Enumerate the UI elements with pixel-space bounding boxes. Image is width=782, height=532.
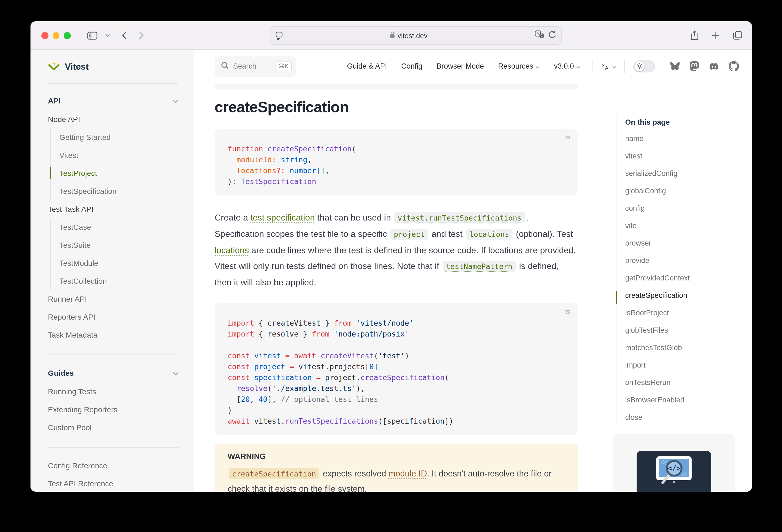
inline-link[interactable]: test specification [250, 213, 315, 222]
outline-item-createspecification[interactable]: createSpecification [625, 287, 752, 305]
sponsor-card[interactable]: </> [613, 434, 735, 492]
theme-toggle[interactable] [633, 60, 655, 72]
previous-codeblock-edge [215, 84, 578, 90]
outline-item-close[interactable]: close [625, 409, 752, 426]
sidebar-item-running-tests[interactable]: Running Tests [48, 382, 179, 400]
nav-dropdown-resources[interactable]: Resources [498, 62, 540, 70]
outline-item-import[interactable]: import [625, 357, 752, 374]
sidebar-item-node-api[interactable]: Node API [48, 110, 179, 128]
mastodon-icon[interactable] [689, 61, 699, 71]
inline-link[interactable]: module ID [389, 469, 427, 478]
code-lang-badge: ts [565, 133, 570, 141]
vitest-logo-icon [48, 60, 60, 73]
outline-item-getprovidedcontext[interactable]: getProvidedContext [625, 270, 752, 287]
sidebar-item-test-task-api[interactable]: Test Task API [48, 200, 179, 218]
zoom-button[interactable] [64, 32, 71, 39]
outline-item-isbrowserenabled[interactable]: isBrowserEnabled [625, 391, 752, 409]
browser-window: vitest.dev A 文 [31, 21, 752, 492]
sidebar-item-testproject[interactable]: TestProject [59, 164, 179, 182]
sidebar-item-custom-pool[interactable]: Custom Pool [48, 418, 179, 436]
sidebar-item-vitest[interactable]: Vitest [59, 146, 179, 164]
sidebar-item-reporters-api[interactable]: Reporters API [48, 308, 179, 326]
outline-item-globtestfiles[interactable]: globTestFiles [625, 322, 752, 339]
back-icon[interactable] [122, 31, 127, 40]
nav-dropdown-v3-0-0[interactable]: v3.0.0 [554, 62, 580, 70]
new-tab-icon[interactable] [712, 31, 720, 39]
code-line: [20, 40], // optional test lines [227, 394, 565, 404]
reload-icon[interactable] [548, 30, 556, 41]
sidebar-item-test-api-reference[interactable]: Test API Reference [48, 474, 179, 492]
nav-link-guide-api[interactable]: Guide & API [347, 62, 387, 70]
outline-item-vitest[interactable]: vitest [625, 148, 752, 165]
inline-link[interactable]: locations [215, 246, 249, 255]
warning-title: WARNING [227, 452, 565, 461]
close-button[interactable] [41, 32, 48, 39]
sidebar-item-getting started[interactable]: Getting Started [59, 128, 179, 146]
forward-icon[interactable] [139, 31, 144, 40]
language-menu[interactable]: x̄ A [601, 62, 616, 70]
inline-code: createSpecification [229, 468, 319, 479]
outline-item-ontestsrerun[interactable]: onTestsRerun [625, 374, 752, 391]
sidebar-item-testcase[interactable]: TestCase [59, 218, 179, 236]
inline-code-link[interactable]: vitest.runTestSpecifications [394, 212, 525, 223]
code-line: function createSpecification( [227, 143, 565, 154]
share-icon[interactable] [690, 31, 699, 40]
github-icon[interactable] [728, 61, 739, 71]
outline-item-serializedconfig[interactable]: serializedConfig [625, 165, 752, 182]
chevron-down-icon [576, 62, 580, 70]
outline-item-name[interactable]: name [625, 130, 752, 148]
code-line: locations?: number[], [227, 165, 565, 176]
code-line: import { createVitest } from 'vitest/nod… [227, 317, 565, 328]
sidebar-item-task-metadata[interactable]: Task Metadata [48, 326, 179, 344]
inline-code-link[interactable]: testNamePattern [443, 261, 516, 272]
svg-text:</>: </> [668, 464, 681, 472]
brand-title[interactable]: Vitest [65, 61, 88, 72]
outline-title: On this page [625, 115, 752, 130]
outline-item-provide[interactable]: provide [625, 252, 752, 270]
code-line: import { resolve } from 'node:path/posix… [227, 328, 565, 339]
sidebar-item-testmodule[interactable]: TestModule [59, 254, 179, 272]
bluesky-icon[interactable] [670, 62, 680, 71]
sidebar-item-testsuite[interactable]: TestSuite [59, 236, 179, 254]
outline-item-matchestestglob[interactable]: matchesTestGlob [625, 339, 752, 357]
warning-callout: WARNING createSpecification expects reso… [215, 444, 578, 492]
translate-icon[interactable]: A 文 [535, 31, 544, 40]
sponsor-illustration: </> [637, 451, 711, 492]
sidebar-item-testspecification[interactable]: TestSpecification [59, 182, 179, 200]
search-button[interactable]: Search ⌘K [215, 56, 296, 76]
nav-dropdown-label: v3.0.0 [554, 62, 574, 70]
outline-item-isrootproject[interactable]: isRootProject [625, 305, 752, 322]
url-bar[interactable]: vitest.dev A 文 [270, 26, 562, 45]
sidebar-item-runner-api[interactable]: Runner API [48, 290, 179, 308]
description-paragraph: Create a test specification that can be … [215, 210, 578, 290]
chevron-down-icon [173, 96, 179, 105]
tab-overview-icon[interactable] [733, 31, 742, 40]
sidebar: Vitest APINode APIGetting StartedVitestT… [31, 49, 194, 491]
nav-link-browser-mode[interactable]: Browser Mode [436, 62, 484, 70]
sidebar-toggle-icon[interactable] [87, 31, 98, 39]
code-line: resolve('./example.test.ts'), [227, 383, 565, 394]
outline-item-globalconfig[interactable]: globalConfig [625, 182, 752, 200]
outline-item-browser[interactable]: browser [625, 235, 752, 252]
page-settings-icon[interactable] [276, 31, 283, 39]
sidebar-section-api[interactable]: API [48, 92, 179, 110]
outline-item-vite[interactable]: vite [625, 217, 752, 235]
nav-dropdown-label: Resources [498, 62, 533, 70]
nav-link-config[interactable]: Config [401, 62, 422, 70]
outline: On this page namevitestserializedConfigg… [616, 115, 752, 426]
sidebar-item-extending-reporters[interactable]: Extending Reporters [48, 400, 179, 418]
sidebar-item-testcollection[interactable]: TestCollection [59, 272, 179, 290]
minimize-button[interactable] [52, 32, 59, 39]
header-divider [593, 60, 593, 73]
right-rail: On this page namevitestserializedConfigg… [616, 83, 752, 492]
chevron-down-icon[interactable] [105, 34, 110, 37]
discord-icon[interactable] [709, 62, 719, 71]
outline-item-config[interactable]: config [625, 200, 752, 217]
outline-active-marker [616, 291, 617, 305]
sidebar-item-config-reference[interactable]: Config Reference [48, 456, 179, 474]
svg-text:x̄: x̄ [602, 63, 605, 68]
doc-content: createSpecification ts function createSp… [194, 84, 600, 492]
svg-text:文: 文 [540, 34, 543, 38]
sidebar-group: TestCaseTestSuiteTestModuleTestCollectio… [50, 218, 179, 290]
sidebar-section-guides[interactable]: Guides [48, 364, 179, 382]
